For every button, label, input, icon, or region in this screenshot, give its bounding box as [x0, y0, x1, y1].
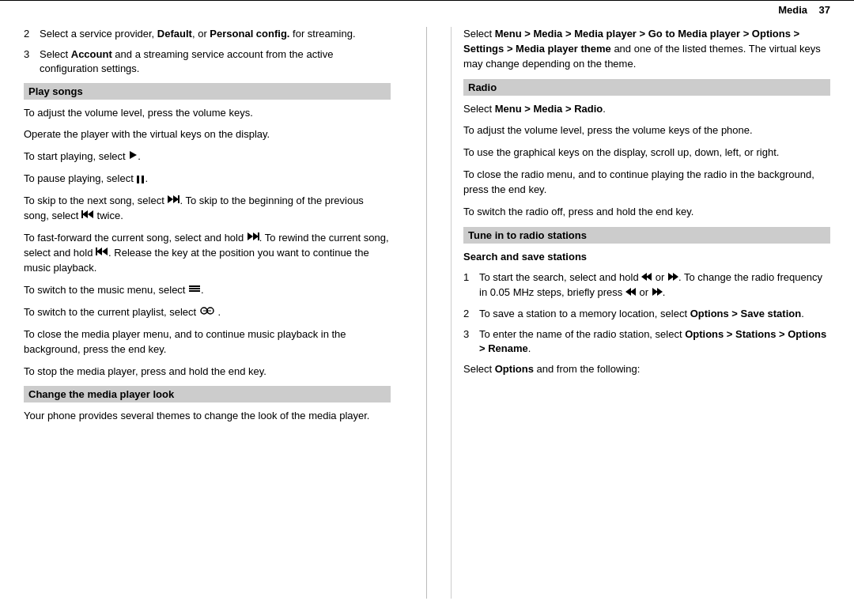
forward-search-icon	[667, 271, 678, 285]
item-text: Select a service provider, Default, or P…	[40, 27, 391, 41]
content-area: 2 Select a service provider, Default, or…	[0, 19, 854, 607]
bold-text: Options > Save station	[690, 308, 802, 319]
bold-text: Options	[495, 363, 534, 375]
bold-text: Personal config.	[210, 28, 289, 40]
item-number: 2	[463, 307, 479, 321]
svg-marker-6	[88, 210, 93, 218]
svg-marker-13	[96, 248, 102, 255]
pause-icon	[136, 175, 145, 184]
forward-icon-2	[652, 286, 663, 300]
paragraph: To close the radio menu, and to continue…	[463, 168, 830, 198]
media-player-path: Select Menu > Media > Media player > Go …	[463, 27, 830, 72]
bold-text: Menu > Media > Radio	[495, 103, 603, 115]
options-paragraph: Select Options and from the following:	[463, 362, 830, 377]
list-item: 3 To enter the name of the radio station…	[463, 327, 830, 356]
list-item: 2 To save a station to a memory location…	[463, 307, 830, 321]
paragraph: Operate the player with the virtual keys…	[24, 127, 391, 142]
svg-marker-28	[657, 288, 663, 296]
svg-marker-26	[625, 288, 631, 296]
paragraph: To pause playing, select .	[24, 172, 391, 187]
svg-rect-15	[189, 285, 200, 287]
item-number: 3	[24, 47, 40, 76]
section-header-label: Play songs	[28, 85, 83, 97]
paragraph: To start playing, select .	[24, 149, 391, 164]
svg-rect-5	[178, 195, 179, 203]
paragraph: To use the graphical keys on the display…	[463, 145, 830, 161]
ff-icon	[247, 231, 259, 246]
paragraph: To close the media player menu, and to c…	[24, 327, 391, 357]
item-number: 3	[463, 327, 479, 356]
svg-rect-1	[137, 176, 139, 183]
paragraph: Select Menu > Media > Radio.	[463, 102, 830, 117]
svg-marker-9	[248, 232, 253, 240]
section-header-change-look: Change the media player look	[24, 386, 391, 402]
menu-icon	[188, 283, 201, 298]
item-text: To enter the name of the radio station, …	[479, 327, 830, 356]
header-bar: Media 37	[0, 1, 854, 19]
svg-marker-23	[668, 273, 674, 281]
section-header-label: Radio	[468, 81, 497, 93]
item-number: 2	[24, 27, 40, 41]
section-header-label: Tune in to radio stations	[468, 229, 587, 241]
back-icon-2	[625, 286, 637, 300]
svg-marker-3	[168, 195, 173, 203]
page-number: 37	[819, 4, 830, 16]
svg-rect-2	[142, 176, 144, 183]
svg-rect-16	[189, 288, 200, 289]
svg-marker-7	[82, 210, 88, 218]
left-column: 2 Select a service provider, Default, or…	[24, 27, 402, 599]
svg-marker-25	[630, 288, 636, 296]
paragraph: To switch to the music menu, select .	[24, 283, 391, 298]
prev-icon	[81, 209, 94, 224]
bold-text: Menu > Media > Media player > Go to Medi…	[463, 28, 799, 55]
paragraph: To adjust the volume level, press the vo…	[24, 106, 391, 121]
rw-icon	[96, 246, 108, 261]
page: Media 37 2 Select a service provider, De…	[0, 0, 854, 616]
list-item: 2 Select a service provider, Default, or…	[24, 27, 391, 41]
svg-marker-21	[646, 273, 652, 281]
playlist-icon	[199, 305, 215, 320]
svg-rect-17	[189, 290, 200, 292]
svg-rect-8	[81, 210, 83, 218]
item-text: Select Account and a streaming service a…	[40, 47, 391, 76]
svg-rect-14	[96, 248, 97, 255]
paragraph: To fast-forward the current song, select…	[24, 231, 391, 276]
section-name: Media	[778, 4, 807, 16]
section-header-tune: Tune in to radio stations	[463, 227, 830, 244]
svg-marker-4	[173, 195, 179, 203]
bold-text: Account	[71, 48, 112, 60]
section-header-label: Change the media player look	[28, 388, 174, 400]
svg-marker-22	[641, 273, 647, 281]
change-look-paragraph: Your phone provides several themes to ch…	[24, 409, 391, 424]
item-number: 1	[463, 270, 479, 300]
next-icon	[167, 194, 179, 209]
paragraph: To adjust the volume level, press the vo…	[463, 123, 830, 138]
section-header-play-songs: Play songs	[24, 83, 391, 100]
back-search-icon	[641, 271, 652, 285]
bold-text: Options > Stations > Options > Rename	[479, 328, 826, 354]
play-icon	[128, 149, 138, 164]
bold-text: Default	[157, 28, 192, 40]
svg-marker-10	[253, 232, 259, 240]
svg-marker-0	[130, 151, 137, 159]
right-column: Select Menu > Media > Media player > Go …	[451, 27, 830, 599]
paragraph: To stop the media player, press and hold…	[24, 365, 391, 380]
paragraph: To switch the radio off, press and hold …	[463, 205, 830, 220]
list-item: 1 To start the search, select and hold o…	[463, 270, 830, 300]
svg-marker-12	[102, 248, 108, 255]
search-save-header: Search and save stations	[463, 250, 830, 265]
column-divider	[426, 27, 427, 599]
paragraph: To skip to the next song, select . To sk…	[24, 194, 391, 224]
svg-rect-11	[258, 232, 259, 240]
svg-marker-24	[673, 273, 678, 281]
paragraph: To switch to the current playlist, selec…	[24, 305, 391, 320]
header-title: Media 37	[778, 4, 830, 16]
svg-marker-27	[652, 288, 658, 296]
item-text: To save a station to a memory location, …	[479, 307, 830, 321]
item-text: To start the search, select and hold or …	[479, 270, 830, 300]
list-item: 3 Select Account and a streaming service…	[24, 47, 391, 76]
section-header-radio: Radio	[463, 79, 830, 96]
